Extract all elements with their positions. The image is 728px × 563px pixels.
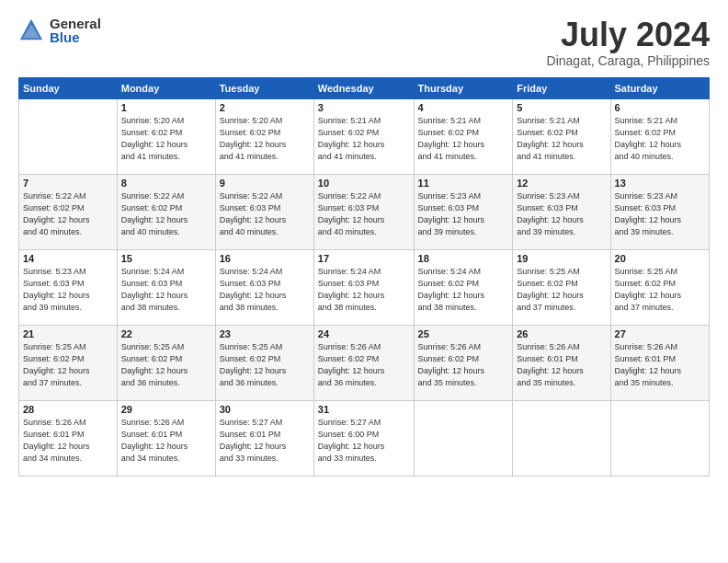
day-info: Sunrise: 5:25 AM Sunset: 6:02 PM Dayligh… bbox=[23, 341, 113, 389]
calendar-cell: 18Sunrise: 5:24 AM Sunset: 6:02 PM Dayli… bbox=[414, 249, 513, 325]
day-number: 1 bbox=[121, 102, 211, 113]
calendar-cell: 24Sunrise: 5:26 AM Sunset: 6:02 PM Dayli… bbox=[313, 325, 414, 400]
day-info: Sunrise: 5:21 AM Sunset: 6:02 PM Dayligh… bbox=[517, 115, 606, 163]
day-info: Sunrise: 5:23 AM Sunset: 6:03 PM Dayligh… bbox=[418, 190, 509, 238]
calendar-cell: 28Sunrise: 5:26 AM Sunset: 6:01 PM Dayli… bbox=[19, 400, 118, 476]
logo-blue: Blue bbox=[50, 30, 101, 44]
header: General Blue July 2024 Dinagat, Caraga, … bbox=[18, 17, 710, 68]
day-number: 24 bbox=[318, 328, 410, 339]
day-info: Sunrise: 5:20 AM Sunset: 6:02 PM Dayligh… bbox=[121, 115, 211, 163]
calendar-cell: 12Sunrise: 5:23 AM Sunset: 6:03 PM Dayli… bbox=[513, 174, 610, 249]
calendar-cell: 17Sunrise: 5:24 AM Sunset: 6:03 PM Dayli… bbox=[313, 249, 414, 325]
day-number: 17 bbox=[318, 253, 410, 264]
day-number: 3 bbox=[318, 102, 410, 113]
day-number: 5 bbox=[517, 102, 606, 113]
day-number: 7 bbox=[23, 178, 113, 189]
calendar-cell bbox=[513, 400, 610, 476]
day-info: Sunrise: 5:26 AM Sunset: 6:02 PM Dayligh… bbox=[418, 341, 509, 389]
logo-text: General Blue bbox=[50, 17, 101, 44]
calendar-cell: 20Sunrise: 5:25 AM Sunset: 6:02 PM Dayli… bbox=[610, 249, 709, 325]
day-number: 13 bbox=[615, 178, 705, 189]
day-number: 15 bbox=[121, 253, 211, 264]
day-info: Sunrise: 5:24 AM Sunset: 6:03 PM Dayligh… bbox=[121, 266, 211, 314]
day-info: Sunrise: 5:26 AM Sunset: 6:02 PM Dayligh… bbox=[318, 341, 410, 389]
calendar-cell: 3Sunrise: 5:21 AM Sunset: 6:02 PM Daylig… bbox=[313, 98, 414, 174]
day-number: 30 bbox=[220, 404, 310, 415]
calendar-header-monday: Monday bbox=[117, 77, 215, 98]
calendar-cell: 29Sunrise: 5:26 AM Sunset: 6:01 PM Dayli… bbox=[117, 400, 215, 476]
day-info: Sunrise: 5:27 AM Sunset: 6:01 PM Dayligh… bbox=[220, 417, 310, 465]
logo-general: General bbox=[50, 17, 101, 30]
calendar-week-1: 1Sunrise: 5:20 AM Sunset: 6:02 PM Daylig… bbox=[19, 98, 710, 174]
calendar-cell: 14Sunrise: 5:23 AM Sunset: 6:03 PM Dayli… bbox=[19, 249, 118, 325]
page: General Blue July 2024 Dinagat, Caraga, … bbox=[0, 0, 728, 563]
day-info: Sunrise: 5:23 AM Sunset: 6:03 PM Dayligh… bbox=[23, 266, 113, 314]
day-info: Sunrise: 5:26 AM Sunset: 6:01 PM Dayligh… bbox=[121, 417, 211, 465]
day-number: 4 bbox=[418, 102, 509, 113]
day-number: 11 bbox=[418, 178, 509, 189]
day-number: 2 bbox=[220, 102, 310, 113]
calendar-cell: 23Sunrise: 5:25 AM Sunset: 6:02 PM Dayli… bbox=[215, 325, 313, 400]
day-number: 28 bbox=[23, 404, 113, 415]
calendar-cell: 15Sunrise: 5:24 AM Sunset: 6:03 PM Dayli… bbox=[117, 249, 215, 325]
calendar-table: SundayMondayTuesdayWednesdayThursdayFrid… bbox=[18, 77, 710, 477]
calendar-cell: 31Sunrise: 5:27 AM Sunset: 6:00 PM Dayli… bbox=[313, 400, 414, 476]
day-number: 25 bbox=[418, 328, 509, 339]
day-info: Sunrise: 5:20 AM Sunset: 6:02 PM Dayligh… bbox=[220, 115, 310, 163]
calendar-cell: 8Sunrise: 5:22 AM Sunset: 6:02 PM Daylig… bbox=[117, 174, 215, 249]
calendar-header-tuesday: Tuesday bbox=[215, 77, 313, 98]
calendar-header-sunday: Sunday bbox=[19, 77, 118, 98]
calendar-cell: 27Sunrise: 5:26 AM Sunset: 6:01 PM Dayli… bbox=[610, 325, 709, 400]
calendar-cell: 10Sunrise: 5:22 AM Sunset: 6:03 PM Dayli… bbox=[313, 174, 414, 249]
day-number: 29 bbox=[121, 404, 211, 415]
day-info: Sunrise: 5:22 AM Sunset: 6:03 PM Dayligh… bbox=[318, 190, 410, 238]
calendar-cell: 1Sunrise: 5:20 AM Sunset: 6:02 PM Daylig… bbox=[117, 98, 215, 174]
day-info: Sunrise: 5:26 AM Sunset: 6:01 PM Dayligh… bbox=[23, 417, 113, 465]
calendar-cell: 5Sunrise: 5:21 AM Sunset: 6:02 PM Daylig… bbox=[513, 98, 610, 174]
calendar-cell: 21Sunrise: 5:25 AM Sunset: 6:02 PM Dayli… bbox=[19, 325, 118, 400]
calendar-cell: 19Sunrise: 5:25 AM Sunset: 6:02 PM Dayli… bbox=[513, 249, 610, 325]
calendar-cell: 9Sunrise: 5:22 AM Sunset: 6:03 PM Daylig… bbox=[215, 174, 313, 249]
calendar-cell bbox=[610, 400, 709, 476]
day-info: Sunrise: 5:25 AM Sunset: 6:02 PM Dayligh… bbox=[517, 266, 606, 314]
day-info: Sunrise: 5:25 AM Sunset: 6:02 PM Dayligh… bbox=[615, 266, 705, 314]
logo: General Blue bbox=[18, 17, 101, 44]
calendar-week-5: 28Sunrise: 5:26 AM Sunset: 6:01 PM Dayli… bbox=[19, 400, 710, 476]
calendar-cell: 30Sunrise: 5:27 AM Sunset: 6:01 PM Dayli… bbox=[215, 400, 313, 476]
day-info: Sunrise: 5:25 AM Sunset: 6:02 PM Dayligh… bbox=[121, 341, 211, 389]
calendar-header-friday: Friday bbox=[513, 77, 610, 98]
calendar-header-row: SundayMondayTuesdayWednesdayThursdayFrid… bbox=[19, 77, 710, 98]
calendar-cell: 26Sunrise: 5:26 AM Sunset: 6:01 PM Dayli… bbox=[513, 325, 610, 400]
day-info: Sunrise: 5:21 AM Sunset: 6:02 PM Dayligh… bbox=[318, 115, 410, 163]
day-info: Sunrise: 5:24 AM Sunset: 6:03 PM Dayligh… bbox=[220, 266, 310, 314]
day-number: 12 bbox=[517, 178, 606, 189]
day-number: 16 bbox=[220, 253, 310, 264]
day-info: Sunrise: 5:21 AM Sunset: 6:02 PM Dayligh… bbox=[615, 115, 705, 163]
calendar-header-thursday: Thursday bbox=[414, 77, 513, 98]
day-number: 10 bbox=[318, 178, 410, 189]
day-number: 14 bbox=[23, 253, 113, 264]
day-info: Sunrise: 5:26 AM Sunset: 6:01 PM Dayligh… bbox=[615, 341, 705, 389]
day-number: 8 bbox=[121, 178, 211, 189]
calendar-header-saturday: Saturday bbox=[610, 77, 709, 98]
day-number: 21 bbox=[23, 328, 113, 339]
main-title: July 2024 bbox=[547, 17, 710, 53]
calendar-week-4: 21Sunrise: 5:25 AM Sunset: 6:02 PM Dayli… bbox=[19, 325, 710, 400]
day-info: Sunrise: 5:22 AM Sunset: 6:03 PM Dayligh… bbox=[220, 190, 310, 238]
calendar-cell: 13Sunrise: 5:23 AM Sunset: 6:03 PM Dayli… bbox=[610, 174, 709, 249]
day-info: Sunrise: 5:22 AM Sunset: 6:02 PM Dayligh… bbox=[23, 190, 113, 238]
day-number: 19 bbox=[517, 253, 606, 264]
day-info: Sunrise: 5:21 AM Sunset: 6:02 PM Dayligh… bbox=[418, 115, 509, 163]
calendar-cell: 6Sunrise: 5:21 AM Sunset: 6:02 PM Daylig… bbox=[610, 98, 709, 174]
calendar-cell: 25Sunrise: 5:26 AM Sunset: 6:02 PM Dayli… bbox=[414, 325, 513, 400]
day-info: Sunrise: 5:23 AM Sunset: 6:03 PM Dayligh… bbox=[615, 190, 705, 238]
subtitle: Dinagat, Caraga, Philippines bbox=[547, 53, 710, 68]
calendar-week-2: 7Sunrise: 5:22 AM Sunset: 6:02 PM Daylig… bbox=[19, 174, 710, 249]
day-info: Sunrise: 5:25 AM Sunset: 6:02 PM Dayligh… bbox=[220, 341, 310, 389]
day-info: Sunrise: 5:27 AM Sunset: 6:00 PM Dayligh… bbox=[318, 417, 410, 465]
calendar-cell: 11Sunrise: 5:23 AM Sunset: 6:03 PM Dayli… bbox=[414, 174, 513, 249]
day-number: 9 bbox=[220, 178, 310, 189]
day-info: Sunrise: 5:22 AM Sunset: 6:02 PM Dayligh… bbox=[121, 190, 211, 238]
day-info: Sunrise: 5:24 AM Sunset: 6:03 PM Dayligh… bbox=[318, 266, 410, 314]
calendar-cell bbox=[19, 98, 118, 174]
